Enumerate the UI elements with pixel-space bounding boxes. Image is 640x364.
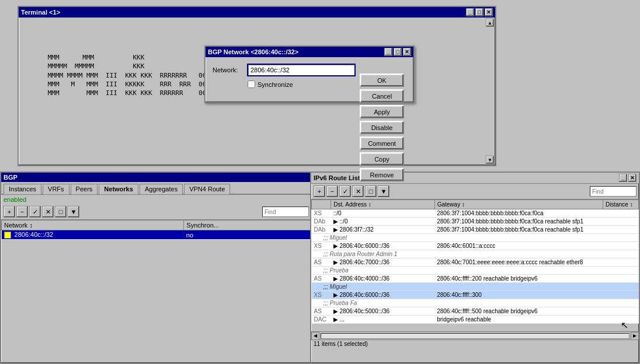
ipv6-toolbar: + − ✓ ✕ □ ▼ bbox=[311, 184, 639, 200]
gw-cell: 2806:40c:6001::a:cccc bbox=[434, 242, 603, 250]
bgp-panel: BGP Instances VRFs Peers Networks Aggreg… bbox=[0, 172, 312, 364]
bgp-network-table: Network ↕ Synchron... 2806:40c::/32 no bbox=[1, 220, 311, 240]
comment-cell: ;;; Prueba Fa bbox=[312, 299, 639, 307]
terminal-scroll-up-button[interactable]: ▲ bbox=[486, 19, 494, 27]
ok-button[interactable]: OK bbox=[360, 74, 404, 87]
bgp-dialog-maximize-button[interactable]: □ bbox=[394, 48, 402, 56]
table-row[interactable]: XS ▶ 2806:40c:6000::/36 2806:40c:ffff::3… bbox=[312, 291, 639, 299]
dst-cell: ::/0 bbox=[331, 209, 434, 218]
tab-vpn4route[interactable]: VPN4 Route bbox=[184, 184, 230, 194]
comment-cell: ;;; Miguel bbox=[312, 283, 639, 291]
terminal-scroll-down-button[interactable]: ▼ bbox=[486, 156, 494, 164]
ipv6-minimize-button[interactable]: _ bbox=[619, 174, 627, 182]
bgp-find-input[interactable] bbox=[262, 206, 309, 217]
synchronize-label: Synchronize bbox=[258, 81, 293, 88]
dist-cell bbox=[603, 209, 639, 218]
dst-cell: ▶ ::/0 bbox=[331, 218, 434, 226]
gw-cell: 2806:3f7:1004:bbbb:bbbb:bbbb:f0ca:f0ca r… bbox=[434, 218, 603, 226]
apply-button[interactable]: Apply bbox=[360, 105, 404, 118]
ipv6-add-button[interactable]: + bbox=[314, 186, 325, 197]
ipv6-title-text: IPv6 Route List bbox=[314, 174, 360, 181]
type-cell: DAC bbox=[312, 316, 331, 324]
type-cell: AS bbox=[312, 307, 331, 316]
gw-cell: 2806:3f7:1004:bbbb:bbbb:bbbb:f0ca:f0ca bbox=[434, 209, 603, 218]
table-row[interactable]: DAb ▶ 2806:3f7::/32 2806:3f7:1004:bbbb:b… bbox=[312, 226, 639, 234]
dist-cell bbox=[603, 291, 639, 299]
dst-cell: ▶ 2806:40c:5000::/36 bbox=[331, 307, 434, 316]
tab-peers[interactable]: Peers bbox=[71, 184, 98, 194]
network-form-row: Network: bbox=[213, 64, 355, 76]
col-type-header[interactable] bbox=[312, 200, 331, 209]
table-row[interactable]: XS ▶ 2806:40c:6000::/36 2806:40c:6001::a… bbox=[312, 242, 639, 250]
terminal-close-button[interactable]: ✕ bbox=[485, 8, 493, 16]
bgp-tabs-bar: Instances VRFs Peers Networks Aggregates… bbox=[1, 182, 311, 195]
type-cell: XS bbox=[312, 291, 331, 299]
col-synchron[interactable]: Synchron... bbox=[184, 220, 311, 230]
comment-button[interactable]: Comment bbox=[360, 136, 404, 150]
ipv6-close-button[interactable]: ✕ bbox=[628, 174, 636, 182]
bgp-filter-button[interactable]: ▼ bbox=[68, 206, 79, 218]
bgp-dialog-title: BGP Network <2806:40c::/32> bbox=[208, 48, 298, 55]
type-cell: AS bbox=[312, 275, 331, 283]
bgp-copy-button[interactable]: □ bbox=[55, 206, 67, 218]
gw-cell: 2806:3f7:1004:bbbb:bbbb:bbbb:f0ca:f0ca r… bbox=[434, 226, 603, 234]
terminal-titlebar-buttons: _ □ ✕ bbox=[466, 8, 493, 16]
cursor-icon: ↖ bbox=[621, 320, 628, 331]
col-distance-header[interactable]: Distance ↕ bbox=[603, 200, 639, 209]
ipv6-x-button[interactable]: ✕ bbox=[352, 186, 364, 197]
scroll-track[interactable] bbox=[321, 333, 629, 339]
ipv6-copy-button[interactable]: □ bbox=[365, 186, 377, 197]
disable-button[interactable]: Disable bbox=[360, 121, 404, 134]
bgp-add-button[interactable]: + bbox=[4, 206, 15, 218]
network-input[interactable] bbox=[248, 64, 355, 76]
scroll-right-button[interactable]: ▶ bbox=[631, 332, 639, 340]
dst-cell: ▶ 2806:3f7::/32 bbox=[331, 226, 434, 234]
table-row[interactable]: DAb ▶ ::/0 2806:3f7:1004:bbbb:bbbb:bbbb:… bbox=[312, 218, 639, 226]
col-gateway-header[interactable]: Gateway ↕ bbox=[434, 200, 603, 209]
status-text: 11 items (1 selected) bbox=[314, 341, 368, 347]
tab-aggregates[interactable]: Aggregates bbox=[140, 184, 183, 194]
terminal-maximize-button[interactable]: □ bbox=[475, 8, 484, 16]
tab-instances[interactable]: Instances bbox=[4, 184, 41, 194]
dist-cell bbox=[603, 275, 639, 283]
table-row[interactable]: AS ▶ 2806:40c:5000::/36 2806:40c:ffff::5… bbox=[312, 307, 639, 316]
tab-networks[interactable]: Networks bbox=[99, 184, 138, 194]
type-cell: DAb bbox=[312, 218, 331, 226]
ipv6-horizontal-scrollbar[interactable]: ◀ ▶ bbox=[311, 331, 639, 340]
gw-cell: 2806:40c:7001:eeee:eeee:eeee:a:cccc reac… bbox=[434, 258, 603, 267]
bgp-status-text: enabled bbox=[1, 195, 311, 204]
remove-button[interactable]: Remove bbox=[360, 168, 404, 181]
table-row[interactable]: AS ▶ 2806:40c:4000::/36 2806:40c:ffff::2… bbox=[312, 275, 639, 283]
bgp-dialog-close-button[interactable]: ✕ bbox=[403, 48, 411, 56]
ipv6-find-input[interactable] bbox=[590, 186, 636, 197]
col-dst-header[interactable]: Dst. Address ↕ bbox=[331, 200, 434, 209]
network-cell: 2806:40c::/32 bbox=[2, 230, 184, 240]
table-row[interactable]: DAC ▶ ... bridgeipv6 reachable bbox=[312, 316, 639, 324]
tab-vrfs[interactable]: VRFs bbox=[43, 184, 69, 194]
copy-button[interactable]: Copy bbox=[360, 152, 404, 166]
table-row[interactable]: 2806:40c::/32 no bbox=[2, 230, 311, 240]
bgp-toolbar: + − ✓ ✕ □ ▼ bbox=[1, 204, 311, 220]
bgp-remove-button[interactable]: − bbox=[16, 206, 28, 218]
synchronize-row: Synchronize bbox=[248, 80, 355, 88]
scroll-left-button[interactable]: ◀ bbox=[311, 332, 319, 340]
type-cell: XS bbox=[312, 242, 331, 250]
dst-cell: ▶ ... bbox=[331, 316, 434, 324]
bgp-x-button[interactable]: ✕ bbox=[42, 206, 54, 218]
cancel-button[interactable]: Cancel bbox=[360, 89, 404, 103]
table-row[interactable]: AS ▶ 2806:40c:7000::/36 2806:40c:7001:ee… bbox=[312, 258, 639, 267]
table-row: ;;; Prueba bbox=[312, 267, 639, 275]
table-row[interactable]: XS ::/0 2806:3f7:1004:bbbb:bbbb:bbbb:f0c… bbox=[312, 209, 639, 218]
bgp-check-button[interactable]: ✓ bbox=[29, 206, 41, 218]
bgp-dialog-minimize-button[interactable]: _ bbox=[384, 48, 392, 56]
terminal-title: Terminal <1> bbox=[21, 9, 60, 16]
terminal-minimize-button[interactable]: _ bbox=[466, 8, 474, 16]
ipv6-check-button[interactable]: ✓ bbox=[339, 186, 351, 197]
dialog-buttons: OK Cancel Apply Disable Comment Copy Rem… bbox=[360, 74, 404, 181]
synchronize-checkbox[interactable] bbox=[248, 80, 255, 88]
ipv6-filter-button[interactable]: ▼ bbox=[378, 186, 389, 197]
dst-cell: ▶ 2806:40c:7000::/36 bbox=[331, 258, 434, 267]
col-network[interactable]: Network ↕ bbox=[2, 220, 184, 230]
ipv6-remove-button[interactable]: − bbox=[326, 186, 338, 197]
comment-cell: ;;; Prueba bbox=[312, 267, 639, 275]
